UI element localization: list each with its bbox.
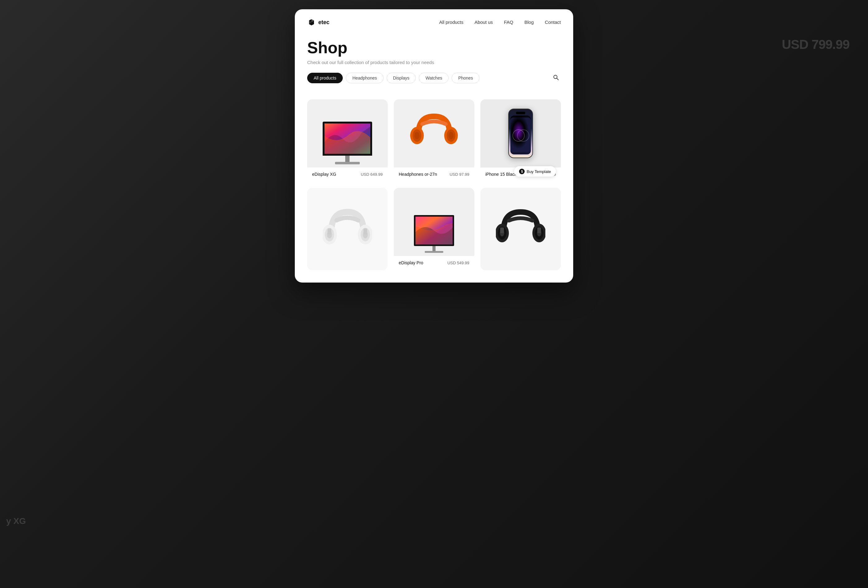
nav-item-all-products[interactable]: All products (439, 19, 464, 25)
shop-title: Shop (307, 39, 561, 57)
nav-item-about-us[interactable]: About us (474, 19, 493, 25)
buy-template-label: Buy Template (527, 169, 551, 174)
svg-rect-27 (500, 228, 504, 233)
headphone-orange-svg (409, 107, 459, 160)
nav-link-blog[interactable]: Blog (524, 19, 534, 25)
filter-btn-displays[interactable]: Displays (387, 73, 416, 83)
nav-item-faq[interactable]: FAQ (504, 19, 513, 25)
product-image-headphones-black (480, 188, 561, 270)
filter-btn-watches[interactable]: Watches (419, 73, 449, 83)
product-image-iphone (480, 99, 561, 167)
logo-icon (307, 18, 316, 27)
svg-line-1 (557, 78, 558, 80)
nav-link-all-products[interactable]: All products (439, 19, 464, 25)
monitor2-illustration (414, 215, 454, 253)
product-info-edisplay-xg: eDisplay XG USD 649.99 (307, 167, 388, 182)
product-card-headphones-white[interactable]: Headphones White USD 79.99 (307, 188, 388, 270)
nav-item-contact[interactable]: Contact (545, 19, 561, 25)
background-left-text: y XG (6, 516, 26, 526)
product-card-iphone[interactable]: iPhone 15 Black USD 799.99 $ Buy Templat… (480, 99, 561, 182)
product-card-headphones-orange[interactable]: Headphones or-27n USD 97.99 (394, 99, 474, 182)
dollar-icon: $ (519, 168, 525, 174)
product-image-headphones-white (307, 188, 388, 270)
monitor2-base (425, 251, 443, 253)
product-image-headphones-orange (394, 99, 474, 167)
monitor2-screen (414, 215, 454, 246)
nav-link-contact[interactable]: Contact (545, 19, 561, 25)
buy-template-button[interactable]: $ Buy Template (514, 166, 556, 177)
product-card-edisplay-xg[interactable]: eDisplay XG USD 649.99 (307, 99, 388, 182)
iphone-illustration (480, 99, 561, 167)
iphone-screen (511, 115, 531, 154)
product-card-headphones-black[interactable]: Headphones Black USD 89.99 (480, 188, 561, 270)
nav-item-blog[interactable]: Blog (524, 19, 534, 25)
logo[interactable]: etec (307, 18, 329, 27)
product-name-headphones-orange: Headphones or-27n (399, 172, 437, 177)
nav-link-about-us[interactable]: About us (474, 19, 493, 25)
filter-btn-phones[interactable]: Phones (452, 73, 479, 83)
product-price-edisplay-2: USD 549.99 (447, 261, 469, 265)
monitor-stand-base (335, 162, 360, 164)
monitor-screen (323, 122, 372, 156)
product-price-headphones-orange: USD 97.99 (449, 172, 469, 177)
product-name-edisplay-xg: eDisplay XG (312, 172, 336, 177)
product-name-iphone: iPhone 15 Black (485, 172, 517, 177)
product-info-headphones-orange: Headphones or-27n USD 97.99 (394, 167, 474, 182)
filter-buttons: All products Headphones Displays Watches… (307, 73, 480, 83)
main-card: etec All products About us FAQ Blog Cont… (295, 9, 573, 282)
iphone-notch (516, 112, 525, 114)
nav-links: All products About us FAQ Blog Contact (439, 19, 561, 25)
headphone-white-svg (323, 201, 372, 257)
nav-link-faq[interactable]: FAQ (504, 19, 513, 25)
iphone-body (508, 109, 533, 158)
product-image-edisplay-2 (394, 188, 474, 256)
product-card-edisplay-2[interactable]: eDisplay Pro USD 549.99 (394, 188, 474, 270)
svg-point-5 (415, 132, 419, 139)
product-price-edisplay-xg: USD 649.99 (361, 172, 383, 177)
product-info-edisplay-2: eDisplay Pro USD 549.99 (394, 256, 474, 270)
monitor-illustration (307, 99, 388, 167)
svg-rect-28 (537, 228, 541, 233)
monitor-stand-neck (345, 156, 350, 162)
svg-rect-19 (363, 228, 367, 235)
filter-btn-all[interactable]: All products (307, 73, 343, 83)
svg-rect-18 (328, 228, 331, 235)
svg-point-0 (554, 75, 557, 78)
monitor2-neck (433, 246, 435, 251)
search-button[interactable] (551, 72, 561, 83)
shop-subtitle: Check out our full collection of product… (307, 60, 561, 65)
products-grid: eDisplay XG USD 649.99 (295, 99, 573, 270)
logo-text: etec (318, 19, 329, 26)
svg-point-8 (449, 132, 453, 139)
product-name-edisplay-2: eDisplay Pro (399, 260, 423, 265)
background-price-text: USD 799.99 (782, 37, 849, 52)
svg-rect-9 (511, 118, 531, 152)
shop-header: Shop Check out our full collection of pr… (295, 33, 573, 99)
filter-btn-headphones[interactable]: Headphones (346, 73, 383, 83)
navigation: etec All products About us FAQ Blog Cont… (295, 9, 573, 33)
search-icon (553, 74, 559, 80)
headphone-black-svg (496, 203, 545, 255)
filter-bar: All products Headphones Displays Watches… (307, 72, 561, 83)
product-image-edisplay-xg (307, 99, 388, 167)
